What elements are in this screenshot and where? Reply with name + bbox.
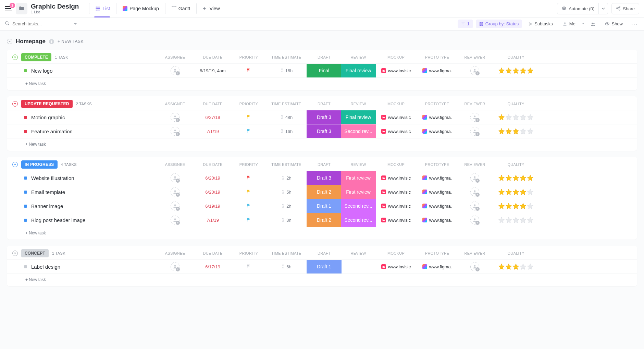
task-row[interactable]: Motion graphic 6/27/19 48h Draft 3 Final… [7,110,637,124]
folder-icon[interactable] [16,3,27,14]
review-cell[interactable]: – [341,264,375,269]
reviewer-add[interactable] [470,202,479,210]
prototype-link[interactable]: www.figma. [417,68,458,73]
due-date[interactable]: 6/20/19 [194,175,232,181]
quality-rating[interactable] [492,128,540,135]
time-estimate[interactable]: 16h [266,129,307,134]
time-estimate[interactable]: 6h [266,264,307,269]
new-task-row[interactable]: + New task [7,227,637,240]
review-cell[interactable]: Final review [341,110,376,124]
task-row[interactable]: Label design 6/17/19 6h Draft 1 – www.in… [7,259,637,273]
star-icon[interactable] [505,263,512,270]
star-icon[interactable] [498,174,505,181]
star-icon[interactable] [520,174,527,181]
quality-rating[interactable] [492,114,540,121]
star-icon[interactable] [520,128,527,135]
assignee-add[interactable] [171,202,179,210]
star-icon[interactable] [520,217,527,223]
group-collapse-toggle[interactable] [12,251,18,256]
due-date[interactable]: 6/19/19 [194,204,232,209]
mockup-link[interactable]: www.invisic [375,175,417,181]
prototype-link[interactable]: www.figma. [417,264,458,269]
mockup-link[interactable]: www.invisic [375,264,417,269]
star-icon[interactable] [498,188,505,195]
draft-cell[interactable]: Draft 1 [307,260,342,273]
task-row[interactable]: Feature animation 7/1/19 16h Draft 3 Sec… [7,124,637,138]
draft-cell[interactable]: Final [307,64,342,77]
new-task-row[interactable]: + New task [7,138,637,151]
tab-gantt[interactable]: Gantt [165,3,195,14]
star-icon[interactable] [527,203,534,209]
due-date[interactable]: 6/19/19, 4am [194,68,232,73]
new-task-row[interactable]: + New task [7,273,637,286]
main-menu-button[interactable]: 3 [5,5,12,12]
star-icon[interactable] [527,67,534,74]
reviewer-add[interactable] [470,262,479,271]
star-icon[interactable] [527,114,534,121]
star-icon[interactable] [527,174,534,181]
star-icon[interactable] [520,203,527,209]
star-icon[interactable] [527,128,534,135]
assignee-add[interactable] [171,127,179,136]
star-icon[interactable] [520,114,527,121]
star-icon[interactable] [512,263,519,270]
star-icon[interactable] [498,217,505,223]
mockup-link[interactable]: www.invisic [375,204,417,209]
assignee-add[interactable] [171,173,179,182]
star-icon[interactable] [520,188,527,195]
prototype-link[interactable]: www.figma. [417,190,458,195]
time-estimate[interactable]: 3h [266,218,307,223]
star-icon[interactable] [505,174,512,181]
draft-cell[interactable]: Draft 3 [307,110,342,124]
assignee-add[interactable] [171,187,179,196]
groupby-button[interactable]: Group by: Status [476,20,522,28]
tab-list[interactable]: List [89,3,115,14]
list-collapse-toggle[interactable] [7,39,12,44]
star-icon[interactable] [512,174,519,181]
info-icon[interactable]: i [49,39,54,44]
star-icon[interactable] [527,263,534,270]
mockup-link[interactable]: www.invisic [375,190,417,195]
status-chip[interactable]: COMPLETE [21,53,51,61]
star-icon[interactable] [512,67,519,74]
reviewer-add[interactable] [470,66,479,75]
star-icon[interactable] [498,67,505,74]
draft-cell[interactable]: Draft 2 [307,185,342,199]
reviewer-add[interactable] [470,113,479,122]
star-icon[interactable] [505,188,512,195]
priority-cell[interactable] [232,175,266,181]
star-icon[interactable] [520,263,527,270]
draft-cell[interactable]: Draft 2 [307,213,342,227]
task-row[interactable]: Email template 6/20/19 5h Draft 2 First … [7,185,637,199]
mockup-link[interactable]: www.invisic [375,129,417,134]
quality-rating[interactable] [492,263,540,270]
quality-rating[interactable] [492,188,540,195]
star-icon[interactable] [512,217,519,223]
star-icon[interactable] [512,203,519,209]
star-icon[interactable] [505,217,512,223]
status-chip[interactable]: IN PROGRESS [21,160,58,169]
star-icon[interactable] [498,114,505,121]
draft-cell[interactable]: Draft 1 [307,199,342,213]
status-chip[interactable]: UPDATE REQUESTED [21,100,73,108]
priority-cell[interactable] [232,129,266,134]
group-collapse-toggle[interactable] [12,54,18,60]
filter-button[interactable]: 1 [458,20,473,28]
prototype-link[interactable]: www.figma. [417,204,458,209]
quality-rating[interactable] [492,67,540,74]
list-title-block[interactable]: Graphic Design 1 List [31,3,79,14]
assignee-add[interactable] [171,113,179,122]
star-icon[interactable] [512,128,519,135]
star-icon[interactable] [505,114,512,121]
time-estimate[interactable]: 2h [266,175,307,181]
quality-rating[interactable] [492,174,540,181]
due-date[interactable]: 6/20/19 [194,190,232,195]
task-row[interactable]: New logo 6/19/19, 4am 16h Final Final re… [7,63,637,77]
star-icon[interactable] [498,263,505,270]
priority-cell[interactable] [232,189,266,195]
star-icon[interactable] [512,188,519,195]
star-icon[interactable] [527,188,534,195]
mockup-link[interactable]: www.invisic [375,218,417,223]
me-button[interactable]: Me [559,20,579,28]
task-row[interactable]: Website illustration 6/20/19 2h Draft 3 … [7,171,637,185]
